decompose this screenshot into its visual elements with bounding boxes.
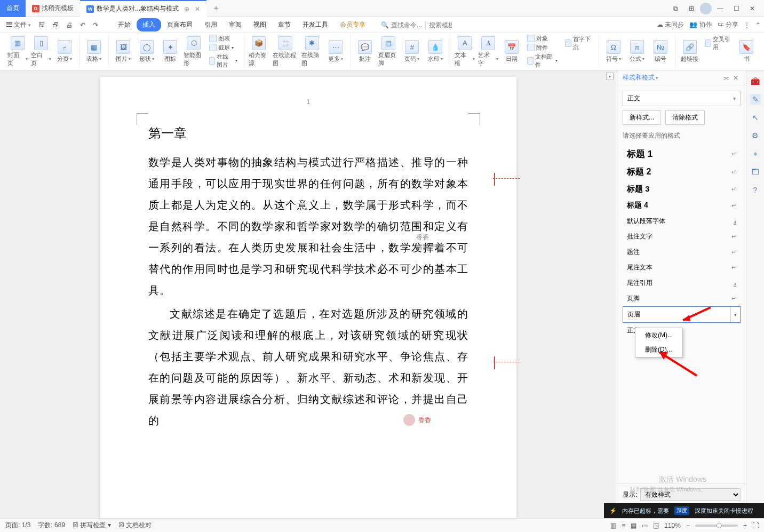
document-area[interactable]: ▸ 1 第一章 数学是人类对事物的抽象结构与模式进行严格描述、推导的一种通用手段… xyxy=(0,70,617,518)
ribbon-tab-reference[interactable]: 引用 xyxy=(198,18,223,31)
style-comment-text[interactable]: 批注文字↵ xyxy=(623,229,741,244)
file-menu-button[interactable]: 文件 ▾ xyxy=(3,18,34,31)
equation-button[interactable]: π公式 xyxy=(627,40,647,63)
picture-button[interactable]: 🖼图片 xyxy=(113,40,133,63)
view-focus-icon[interactable]: ◳ xyxy=(653,522,659,529)
chart-button[interactable]: 图表 xyxy=(209,35,237,43)
ribbon-tab-chapter[interactable]: 章节 xyxy=(272,18,297,31)
screenshot-button[interactable]: 截屏▾ xyxy=(209,44,237,52)
style-heading-1[interactable]: 标题 1↵ xyxy=(623,145,741,163)
redo-icon[interactable]: ↷ xyxy=(90,19,101,31)
view-page-icon[interactable]: ▥ xyxy=(610,522,616,529)
tab-add-button[interactable]: ＋ xyxy=(206,3,226,14)
comment-button[interactable]: 💬批注 xyxy=(355,40,375,63)
print-icon[interactable]: 🖨 xyxy=(63,19,76,31)
status-spell[interactable]: ☒ 拼写检查 ▾ xyxy=(73,521,111,530)
table-button[interactable]: ▦表格 xyxy=(84,40,104,63)
ribbon-tab-start[interactable]: 开始 xyxy=(112,18,137,31)
ribbon-tab-devtools[interactable]: 开发工具 xyxy=(297,18,334,31)
template-search-input[interactable] xyxy=(425,21,452,29)
style-default-font[interactable]: 默认段落字体a xyxy=(623,213,741,229)
more-menu-icon[interactable]: ⋮ xyxy=(744,21,750,29)
memory-warning-overlay[interactable]: ⚡ 内存已超标，需要 深度 深度加速关闭卡慢进程 xyxy=(604,503,764,518)
tab-document[interactable]: W 数学是人类对...象结构与模式 ⊕ ✕ xyxy=(80,0,206,17)
style-header-selected[interactable]: 页眉 ▾ xyxy=(623,306,741,323)
ribbon-tab-insert[interactable]: 插入 xyxy=(137,18,161,31)
style-heading-2[interactable]: 标题 2↵ xyxy=(623,163,741,181)
shapes-button[interactable]: ◯形状 xyxy=(137,40,157,63)
app-grid-icon[interactable]: ⊞ xyxy=(684,1,699,16)
dropcap-button[interactable]: 首字下沉 xyxy=(565,35,592,51)
textbox-button[interactable]: A文本框 xyxy=(455,36,475,67)
view-read-icon[interactable]: ▭ xyxy=(642,522,648,529)
status-page[interactable]: 页面: 1/3 xyxy=(5,521,30,530)
ctx-modify[interactable]: 修改(M)... xyxy=(635,328,682,343)
style-endnote-ref[interactable]: 尾注引用a xyxy=(623,275,741,291)
share-button[interactable]: ⮓ 分享 xyxy=(718,20,738,29)
header-footer-button[interactable]: ▤页眉页脚 xyxy=(378,36,399,67)
style-heading-3[interactable]: 标题 3↵ xyxy=(623,181,741,197)
zoom-out-icon[interactable]: − xyxy=(686,522,690,529)
side-location-icon[interactable]: ⌖ xyxy=(750,148,761,159)
new-style-button[interactable]: 新样式... xyxy=(623,110,661,125)
tab-template[interactable]: D 找稻壳模板 xyxy=(26,0,80,17)
object-button[interactable]: 对象 xyxy=(527,35,558,43)
side-translate-icon[interactable]: 🗔 xyxy=(750,166,761,177)
status-words[interactable]: 字数: 689 xyxy=(38,521,65,530)
page-number-button[interactable]: #页码 xyxy=(402,40,422,63)
style-caption[interactable]: 题注↵ xyxy=(623,244,741,260)
cover-page-button[interactable]: ▥封面页 xyxy=(7,36,28,67)
collapse-ribbon-icon[interactable]: ⌃ xyxy=(755,21,761,29)
ribbon-tab-review[interactable]: 审阅 xyxy=(223,18,248,31)
page-break-button[interactable]: ⌿分页 xyxy=(54,40,75,63)
attachment-button[interactable]: 附件 xyxy=(527,44,558,52)
paragraph-2[interactable]: 文献综述是在确定了选题后，在对选题所涉及的研究领域的文献进展广泛阅读和理解的根底… xyxy=(148,303,468,431)
save-icon[interactable]: 🖫 xyxy=(35,19,48,31)
zoom-in-icon[interactable]: + xyxy=(743,522,747,529)
style-dropdown-icon[interactable]: ▾ xyxy=(730,307,740,322)
side-settings-icon[interactable]: ⚙ xyxy=(750,130,761,141)
panel-pin-icon[interactable]: ⫘ xyxy=(721,74,731,82)
numbering-button[interactable]: №编号 xyxy=(650,40,671,63)
comment-2[interactable]: 香香 xyxy=(403,414,431,426)
ribbon-tab-vip[interactable]: 会员专享 xyxy=(334,18,371,31)
bookmark-button[interactable]: 🔖书 xyxy=(736,40,757,63)
view-outline-icon[interactable]: ≡ xyxy=(622,522,625,529)
print-preview-icon[interactable]: 🗗 xyxy=(49,19,62,31)
paragraph-1[interactable]: 数学是人类对事物的抽象结构与模式进行严格描述、推导的一种通用手段，可以应用于现实… xyxy=(148,152,468,301)
current-style-select[interactable]: 正文 ▾ xyxy=(623,91,741,106)
show-select[interactable]: 有效样式 xyxy=(640,488,741,501)
status-proof[interactable]: ☒ 文档校对 xyxy=(118,521,152,530)
date-button[interactable]: 📅日期 xyxy=(502,40,522,63)
collab-button[interactable]: 👥 协作 xyxy=(689,20,712,29)
ctx-delete[interactable]: 删除(D)... xyxy=(635,343,682,357)
flowchart-button[interactable]: ⬚在线流程图 xyxy=(273,36,299,67)
sync-button[interactable]: ☁ 未同步 xyxy=(657,20,684,29)
mindmap-button[interactable]: ✱在线脑图 xyxy=(301,36,322,67)
fit-width-icon[interactable]: ⛶ xyxy=(752,522,759,529)
window-close-icon[interactable]: ✕ xyxy=(745,1,760,16)
more-insert-button[interactable]: ⋯更多 xyxy=(325,40,346,63)
style-footer[interactable]: 页脚↵ xyxy=(623,291,741,306)
side-select-icon[interactable]: ↖ xyxy=(750,112,761,123)
smartart-button[interactable]: ⬡智能图形 xyxy=(184,36,204,67)
undo-icon[interactable]: ↶ xyxy=(77,19,89,31)
side-highlight-icon[interactable]: ✎ xyxy=(750,94,761,105)
panel-close-icon[interactable]: ✕ xyxy=(731,74,741,82)
docer-resource-button[interactable]: 📦稻壳资源 xyxy=(249,36,269,67)
zoom-slider[interactable] xyxy=(695,525,738,527)
icon-button[interactable]: ✦图标 xyxy=(160,40,180,63)
watermark-button[interactable]: 💧水印 xyxy=(425,40,445,63)
tab-doc-close-icon[interactable]: ✕ xyxy=(195,5,200,13)
online-picture-button[interactable]: 在线图片▾ xyxy=(209,53,237,69)
zoom-value[interactable]: 110% xyxy=(664,522,681,529)
window-minimize-icon[interactable]: — xyxy=(713,1,728,16)
side-toolbox-icon[interactable]: 🧰 xyxy=(750,76,761,86)
hyperlink-button[interactable]: 🔗超链接 xyxy=(680,40,700,63)
ribbon-tab-layout[interactable]: 页面布局 xyxy=(161,18,198,31)
blank-page-button[interactable]: ▯空白页 xyxy=(31,36,51,67)
view-web-icon[interactable]: ▦ xyxy=(631,522,636,529)
docparts-button[interactable]: 文档部件▾ xyxy=(527,53,558,69)
tab-doc-pin-icon[interactable]: ⊕ xyxy=(184,5,189,13)
clear-format-button[interactable]: 清除格式 xyxy=(665,110,705,125)
